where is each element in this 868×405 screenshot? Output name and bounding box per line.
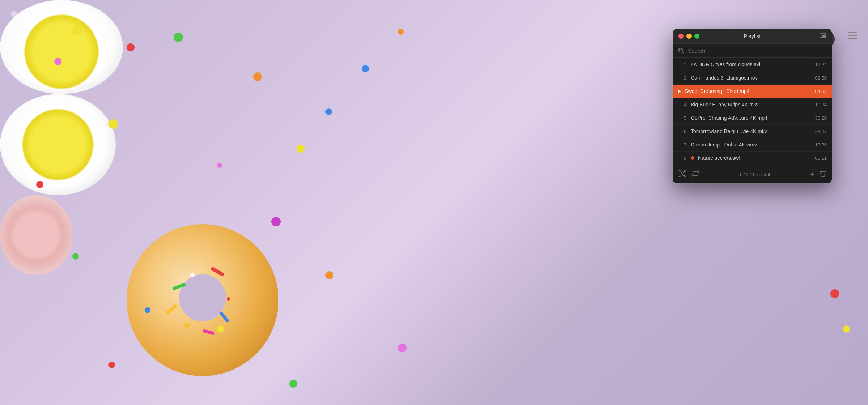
search-input[interactable] (688, 48, 827, 54)
candy-dot (271, 217, 281, 226)
add-button[interactable]: + (810, 170, 814, 179)
candy-dot (398, 29, 404, 35)
candy-dot (54, 58, 61, 65)
close-button[interactable] (678, 34, 684, 39)
playlist-item[interactable]: 6 Tomorrowland Belgiu...vie 4K.mkv 23:07 (673, 125, 832, 138)
item-number: 5 (678, 115, 686, 121)
playlist-item[interactable]: 1 4K HDR Cityes from clouds.avi 16:24 (673, 58, 832, 71)
repeat-button[interactable] (692, 170, 699, 179)
item-name: Nature secrets.swf (698, 155, 811, 161)
playlist-item[interactable]: 7 Dream Jump - Dubai 4K.wmv 13:30 (673, 138, 832, 152)
item-number: 2 (678, 75, 686, 81)
egg-decoration-top (0, 94, 116, 195)
shuffle-button[interactable] (678, 170, 686, 179)
footer-bar: 1:49:11 in total + (673, 165, 832, 183)
candy-dot (398, 344, 407, 352)
mac-window-dots (11, 11, 39, 17)
donut-decoration (127, 224, 278, 376)
svg-line-9 (682, 52, 684, 54)
trash-icon (820, 170, 826, 177)
item-number: 6 (678, 129, 686, 134)
mac-dot-1 (11, 11, 17, 17)
playlist-item[interactable]: 8 Nature secrets.swf 08:11 (673, 152, 832, 165)
mac-dot-3 (33, 11, 39, 17)
item-duration: 02:30 (815, 75, 827, 81)
egg-decoration-right (0, 195, 72, 275)
search-icon (678, 47, 684, 54)
playlist-items: 1 4K HDR Cityes from clouds.avi 16:24 2 … (673, 58, 832, 165)
candy-dot (127, 43, 135, 51)
item-number: 1 (678, 62, 686, 67)
candy-dot (109, 119, 118, 129)
item-name: Caminandes 3: Llamigos.mov (691, 75, 811, 81)
candy-dot (830, 289, 839, 298)
candy-dot (326, 271, 333, 279)
candy-dot (174, 33, 183, 42)
item-number: 4 (678, 102, 686, 107)
item-name: 4K HDR Cityes from clouds.avi (691, 61, 811, 67)
candy-dot (72, 25, 82, 35)
candy-dot (289, 380, 297, 388)
candy-dot (253, 72, 262, 81)
svg-rect-5 (848, 38, 857, 39)
item-duration: 13:30 (815, 142, 827, 148)
item-duration: 04:35 (815, 89, 827, 94)
hamburger-menu-button[interactable] (848, 32, 857, 40)
candy-dot (36, 181, 43, 188)
picture-in-picture-icon (820, 33, 826, 38)
minimize-button[interactable] (686, 34, 692, 39)
candy-dot (145, 307, 150, 313)
item-name: Dream Jump - Dubai 4K.wmv (691, 142, 811, 148)
candy-dot (362, 65, 369, 72)
repeat-icon (692, 170, 699, 177)
sprinkle (210, 267, 225, 277)
now-playing-icon: ▶ (678, 89, 681, 94)
item-number: 7 (678, 142, 686, 148)
candy-dot (217, 325, 224, 333)
item-number: 8 (678, 155, 686, 161)
search-bar (673, 44, 832, 58)
mac-dot-2 (22, 11, 28, 17)
pip-icon[interactable] (820, 33, 826, 39)
footer-actions: + (810, 170, 826, 179)
item-duration: 10:34 (815, 102, 827, 107)
item-duration: 30:20 (815, 115, 827, 121)
window-title: Playlist (744, 33, 761, 39)
title-bar: Playlist (673, 29, 832, 44)
candy-dot (72, 253, 79, 260)
playlist-item[interactable]: 5 GoPro: Chasing AdV...ure 4K.mp4 30:20 (673, 111, 832, 125)
candy-dot (297, 145, 305, 153)
playlist-item[interactable]: ▶ Sweet Dreaming | Short.mp4 04:35 (673, 85, 832, 98)
candy-dot (843, 325, 850, 333)
svg-rect-3 (848, 32, 857, 33)
donut-hole (179, 274, 226, 321)
sprinkle-dot (227, 297, 230, 301)
sprinkle (165, 304, 178, 315)
search-svg-icon (678, 47, 684, 54)
item-duration: 16:24 (815, 62, 827, 67)
candy-dot (326, 108, 332, 115)
svg-rect-4 (848, 35, 857, 36)
playlist-item[interactable]: 4 Big Buck Bunny 60fps 4K.mkv 10:34 (673, 98, 832, 111)
maximize-button[interactable] (694, 34, 699, 39)
playlist-item[interactable]: 2 Caminandes 3: Llamigos.mov 02:30 (673, 71, 832, 85)
shuffle-icon (678, 170, 686, 177)
playlist-window: Playlist 1 4K HDR Cityes from clouds.avi… (673, 29, 832, 183)
sprinkle (202, 329, 215, 335)
item-name: Tomorrowland Belgiu...vie 4K.mkv (691, 128, 811, 134)
playback-controls (678, 170, 699, 179)
svg-point-10 (680, 49, 681, 50)
candy-dot (109, 362, 115, 368)
item-name: Big Buck Bunny 60fps 4K.mkv (691, 102, 811, 107)
svg-rect-7 (822, 35, 825, 37)
sprinkle (219, 311, 230, 323)
candy-dot (217, 163, 222, 168)
status-dot (691, 156, 694, 160)
delete-button[interactable] (820, 170, 826, 179)
total-time: 1:49:11 in total (739, 172, 770, 177)
hamburger-icon (848, 32, 857, 39)
item-duration: 23:07 (815, 129, 827, 134)
item-name: GoPro: Chasing AdV...ure 4K.mp4 (691, 115, 811, 121)
sprinkle-dot (184, 323, 190, 328)
item-duration: 08:11 (815, 155, 827, 161)
